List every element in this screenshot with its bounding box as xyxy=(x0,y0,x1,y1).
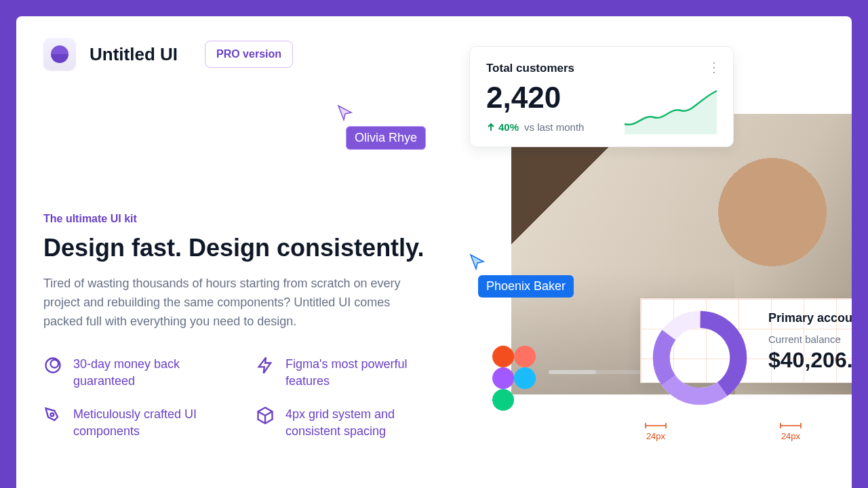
cursor-phoenix: Phoenix Baker xyxy=(469,253,574,298)
spacing-value: 24px xyxy=(781,431,800,441)
feature-item: 4px grid system and consistent spacing xyxy=(256,406,450,440)
balance-title: Primary account xyxy=(768,311,852,325)
header: Untitled UI PRO version xyxy=(43,38,293,70)
balance-value: $40,206.20 xyxy=(768,348,852,373)
delta-label: vs last month xyxy=(524,121,584,133)
feature-item: 30-day money back guaranteed xyxy=(43,356,238,390)
spacing-value: 24px xyxy=(646,431,665,441)
feature-list: 30-day money back guaranteed Figma's mos… xyxy=(43,356,450,441)
feature-label: Meticulously crafted UI components xyxy=(73,406,238,440)
feature-item: Figma's most powerful features xyxy=(256,356,450,390)
svg-point-3 xyxy=(492,346,514,367)
pen-tool-icon xyxy=(43,406,62,425)
pro-version-badge[interactable]: PRO version xyxy=(205,41,293,68)
figma-logo-icon xyxy=(492,346,536,413)
sparkline-chart xyxy=(623,87,718,134)
more-icon[interactable]: ⋮ xyxy=(707,59,721,75)
page: Untitled UI PRO version Olivia Rhye The … xyxy=(16,16,852,488)
feature-label: 30-day money back guaranteed xyxy=(73,356,238,390)
spacing-marker-right: 24px xyxy=(779,422,802,441)
shield-check-icon xyxy=(43,356,62,375)
hero-description: Tired of wasting thousands of hours star… xyxy=(43,274,423,331)
feature-label: 4px grid system and consistent spacing xyxy=(285,406,450,440)
cursor-label: Olivia Rhye xyxy=(346,126,426,150)
balance-subtitle: Current balance xyxy=(768,333,852,345)
cursor-icon xyxy=(336,104,354,122)
svg-point-2 xyxy=(51,413,54,417)
delta-pct-value: 40% xyxy=(498,121,519,133)
spacing-marker-left: 24px xyxy=(644,422,667,441)
cursor-icon xyxy=(469,253,486,271)
hero-section: The ultimate UI kit Design fast. Design … xyxy=(43,213,450,441)
cube-icon xyxy=(256,406,275,425)
svg-point-5 xyxy=(492,367,514,389)
svg-point-7 xyxy=(492,389,514,411)
svg-point-4 xyxy=(514,346,536,367)
brand-name: Untitled UI xyxy=(90,44,178,65)
brand-logo xyxy=(43,38,76,70)
balance-card: Primary account Current balance $40,206.… xyxy=(640,298,852,383)
svg-point-6 xyxy=(514,367,536,389)
arrow-up-icon xyxy=(486,123,496,132)
donut-chart xyxy=(649,307,751,409)
feature-item: Meticulously crafted UI components xyxy=(43,406,238,440)
feature-label: Figma's most powerful features xyxy=(285,356,450,390)
svg-point-1 xyxy=(51,360,59,368)
cursor-olivia: Olivia Rhye xyxy=(336,104,426,150)
stat-card-customers: ⋮ Total customers 2,420 40% vs last mont… xyxy=(469,46,734,147)
hero-eyebrow: The ultimate UI kit xyxy=(43,213,450,225)
delta-percent: 40% xyxy=(486,121,519,133)
stat-title: Total customers xyxy=(486,62,717,75)
hero-title: Design fast. Design consistently. xyxy=(43,233,450,262)
cursor-label: Phoenix Baker xyxy=(478,275,574,298)
lightning-icon xyxy=(256,356,275,375)
spacing-markers: 24px 24px xyxy=(640,422,852,449)
